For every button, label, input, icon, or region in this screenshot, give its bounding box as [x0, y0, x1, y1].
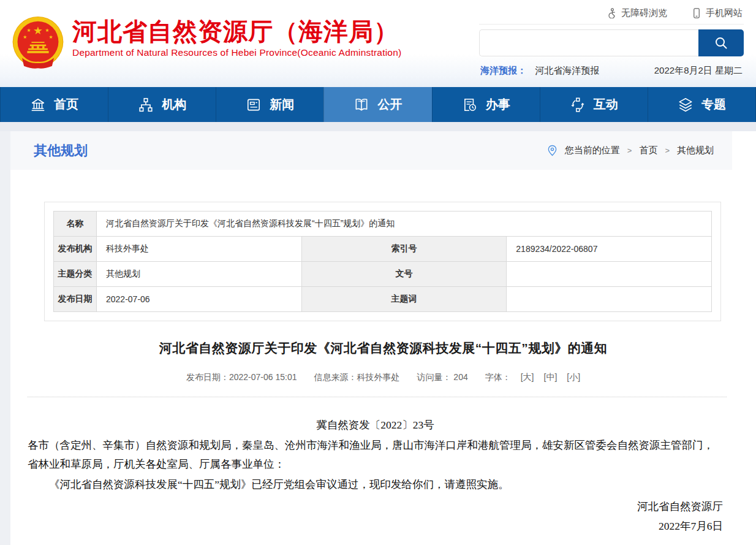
current-date: 2022年8月2日 星期二 [654, 65, 743, 77]
meta-label-pubdate: 发布日期 [54, 287, 97, 312]
article-paragraph: 《河北省自然资源科技发展“十四五”规划》已经厅党组会审议通过，现印发给你们，请遵… [28, 475, 723, 494]
breadcrumb-separator: > [665, 146, 670, 155]
mobile-site-link[interactable]: 手机网站 [692, 7, 743, 19]
accessibility-link[interactable]: 无障碍浏览 [607, 7, 667, 19]
left-gutter [0, 131, 10, 545]
article-publish-date: 发布日期：2022-07-06 15:01 [186, 372, 297, 383]
document-meta-table: 名称 河北省自然资源厅关于印发《河北省自然资源科技发展“十四五”规划》的通知 发… [53, 211, 712, 312]
font-size-small-button[interactable]: [小] [567, 372, 580, 383]
meta-label-index: 索引号 [301, 237, 507, 262]
accessibility-label: 无障碍浏览 [621, 7, 667, 19]
meta-label-docno: 文号 [301, 262, 507, 287]
national-emblem-icon: ★ ★ ★ ★ ★ [11, 15, 65, 71]
breadcrumb: 您当前的位置 > 首页 > 其他规划 [547, 145, 714, 156]
signature-org: 河北省自然资源厅 [28, 497, 723, 516]
views-label: 访问量： [417, 372, 451, 382]
svg-text:★: ★ [26, 28, 31, 33]
nav-item-org[interactable]: 机构 [108, 87, 216, 122]
nav-item-services[interactable]: 办事 [432, 87, 540, 122]
table-row: 名称 河北省自然资源厅关于印发《河北省自然资源科技发展“十四五”规划》的通知 [54, 212, 712, 237]
nav-item-topics[interactable]: 专题 [648, 87, 756, 122]
service-icon [462, 97, 478, 113]
svg-text:★: ★ [49, 34, 53, 40]
home-icon [30, 97, 46, 113]
meta-label-name: 名称 [54, 212, 97, 237]
search-icon [714, 36, 728, 50]
nav-item-home[interactable]: 首页 [0, 87, 108, 122]
svg-text:★: ★ [45, 28, 49, 33]
book-icon [353, 97, 369, 113]
article-title: 河北省自然资源厅关于印发《河北省自然资源科技发展“十四五”规划》的通知 [10, 340, 756, 357]
topics-icon [678, 97, 694, 113]
breadcrumb-location-label: 您当前的位置 [565, 145, 620, 156]
news-icon [246, 97, 262, 113]
mobile-site-label: 手机网站 [706, 7, 743, 19]
page-title: 其他规划 [34, 142, 88, 160]
article-meta-row: 发布日期：2022-07-06 15:01 信息来源：科技外事处 访问量： 20… [10, 372, 756, 383]
nav-item-news[interactable]: 新闻 [216, 87, 323, 122]
svg-text:★: ★ [33, 25, 43, 37]
svg-text:★: ★ [23, 34, 27, 40]
article-paragraph: 各市（含定州、辛集市）自然资源和规划局，秦皇岛、沧州市海洋和渔业局，唐山市海洋口… [28, 436, 723, 474]
search-input[interactable] [479, 29, 698, 56]
nav-item-public[interactable]: 公开 [323, 87, 431, 122]
nav-label: 专题 [701, 96, 726, 113]
table-row: 发布日期 2022-07-06 主题词 [54, 287, 712, 312]
table-row: 发布机构 科技外事处 索引号 2189234/2022-06807 [54, 237, 712, 262]
signature-date: 2022年7月6日 [28, 516, 723, 536]
org-icon [138, 97, 154, 113]
meta-value-pubdate: 2022-07-06 [97, 287, 302, 312]
article-source: 信息来源：科技外事处 [314, 372, 399, 383]
meta-label-publisher: 发布机构 [54, 237, 97, 262]
breadcrumb-separator: > [627, 146, 632, 155]
nav-label: 新闻 [270, 96, 294, 113]
meta-value-publisher: 科技外事处 [97, 237, 302, 262]
nav-label: 首页 [54, 96, 78, 113]
accessibility-icon [607, 8, 617, 18]
font-size-medium-button[interactable]: [中] [544, 372, 558, 383]
breadcrumb-bar: 其他规划 您当前的位置 > 首页 > 其他规划 [10, 131, 732, 170]
site-title: 河北省自然资源厅（海洋局） [72, 17, 401, 45]
table-row: 主题分类 其他规划 文号 [54, 262, 712, 287]
nav-label: 办事 [486, 96, 510, 113]
nav-label: 机构 [162, 96, 186, 113]
site-header: ★ ★ ★ ★ ★ 河北省自然资源厅（海洋局） Department of Na… [0, 0, 756, 87]
nav-label: 公开 [377, 96, 402, 113]
interact-icon [570, 97, 586, 113]
meta-label-keywords: 主题词 [301, 287, 507, 312]
spacer-band [0, 122, 756, 131]
forecast-link[interactable]: 河北省海洋预报 [535, 65, 599, 75]
views-count: 204 [453, 372, 467, 382]
location-pin-icon [547, 145, 558, 156]
official-doc-number: 冀自然资发〔2022〕23号 [28, 416, 723, 435]
article-body: 冀自然资发〔2022〕23号 各市（含定州、辛集市）自然资源和规划局，秦皇岛、沧… [28, 416, 723, 545]
meta-value-index: 2189234/2022-06807 [507, 237, 712, 262]
meta-value-name: 河北省自然资源厅关于印发《河北省自然资源科技发展“十四五”规划》的通知 [97, 212, 712, 237]
divider [28, 397, 727, 397]
meta-value-category: 其他规划 [97, 262, 302, 287]
site-subtitle: Department of Natural Resources of Hebei… [72, 47, 401, 58]
document-meta-box: 名称 河北省自然资源厅关于印发《河北省自然资源科技发展“十四五”规划》的通知 发… [44, 202, 721, 321]
meta-value-keywords [507, 287, 712, 312]
meta-value-docno [507, 262, 712, 287]
mobile-phone-icon [692, 8, 701, 18]
nav-label: 互动 [594, 96, 618, 113]
nav-item-interact[interactable]: 互动 [540, 87, 648, 122]
meta-label-category: 主题分类 [54, 262, 97, 287]
search-button[interactable] [698, 29, 744, 56]
national-emblem-logo[interactable]: ★ ★ ★ ★ ★ [11, 15, 65, 74]
main-nav: 首页 机构 新闻 公开 办事 [0, 87, 756, 122]
font-size-label: 字体： [485, 372, 511, 383]
font-size-large-button[interactable]: [大] [521, 372, 534, 383]
breadcrumb-item-current[interactable]: 其他规划 [677, 145, 714, 156]
forecast-label: 海洋预报： [480, 65, 526, 75]
breadcrumb-item-home[interactable]: 首页 [639, 145, 657, 156]
